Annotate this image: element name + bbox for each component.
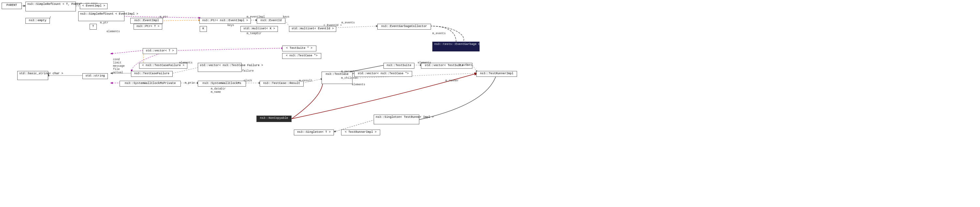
- label-keys-1: keys: [283, 15, 289, 19]
- label-m-children: m_children: [341, 76, 358, 80]
- node-simplerefcount-eventimpl: ns3::SimpleRefCount < EventImpl >: [78, 11, 124, 21]
- node-eventgc: ns3::EventGarbageCollector: [377, 24, 431, 30]
- node-string: std::string: [83, 73, 108, 79]
- node-ptr-t: ns3::Ptr< T >: [134, 24, 162, 30]
- node-ptr-eventimpl: ns3::Ptr< ns3::EventImpl >: [199, 18, 251, 24]
- node-testsuite: ns3::TestSuite: [383, 63, 414, 69]
- label-m-name: m_name: [211, 90, 221, 94]
- label-cond: cond: [113, 58, 119, 61]
- label-file: file: [113, 68, 119, 71]
- node-vec-t: std::vector< T >: [143, 48, 177, 54]
- node-eventimpl-angle: < EventImpl >: [80, 3, 108, 9]
- node-eventimpl: ns3::EventImpl: [130, 18, 163, 24]
- label-actual: actual: [113, 71, 123, 74]
- node-ns3-empty: ns3::empty: [25, 18, 50, 24]
- label-m-ptr-2: m_ptr: [100, 21, 108, 24]
- svg-line-8: [176, 48, 283, 51]
- node-eventgarbagecollector-test: ns3::tests::EventGarbage CollectorTestCa…: [432, 42, 480, 51]
- label-m-events-1: m_events: [341, 21, 355, 24]
- label-message: message: [113, 65, 125, 68]
- label-m-runner: m_runner: [445, 79, 459, 82]
- svg-line-7: [336, 26, 378, 28]
- node-multiset-k: std::multiset< K >: [240, 26, 278, 32]
- label-m-suites: m_suites: [459, 63, 472, 67]
- label-eventid-angle: < EventId >: [323, 24, 342, 27]
- label-limit: limit: [113, 61, 121, 65]
- label-m-eventimpl: m_eventImpl: [247, 15, 265, 19]
- label-elements-3: elements: [418, 61, 431, 65]
- label-failure: failure: [242, 70, 254, 73]
- node-testrunnerimpl-angle: < TestRunnerImpl >: [341, 130, 380, 135]
- label-elements-1: elements: [107, 30, 120, 33]
- label-m-ptr-1: m_ptr: [160, 15, 168, 19]
- label-clock: clock: [244, 79, 252, 82]
- node-eventid: ns3::EventId: [257, 18, 285, 24]
- label-m-priv: m_priv: [185, 81, 195, 85]
- node-testsuite-angle: < TestSuite * >: [282, 46, 317, 51]
- node-simplerefcount-t: ns3::SimpleRefCount < T, PARENT, DELETER…: [25, 2, 76, 11]
- node-wallclockms-private: ns3::SystemWallClockMsPrivate: [119, 81, 181, 87]
- node-testcase-result: ns3::TestCase::Result: [260, 81, 304, 87]
- label-m-tempdir: m_tempDir: [247, 32, 262, 35]
- label-m-events-2: m_events: [432, 32, 446, 35]
- node-parent: PARENT: [2, 3, 22, 9]
- node-testcase-angle: < ns3::TestCase *>: [282, 53, 321, 59]
- label-m-result: m_result: [299, 79, 312, 82]
- label-keys-2: keys: [228, 24, 234, 27]
- node-vec-testcase: std::vector< ns3::TestCase *>: [354, 71, 412, 77]
- diagram-container: PARENT ns3::SimpleRefCount < T, PARENT, …: [0, 0, 980, 207]
- node-wallclockms: ns3::SystemWallClockMs: [198, 81, 246, 87]
- svg-line-9: [111, 51, 143, 54]
- svg-line-4: [161, 20, 200, 21]
- node-singleton-t: ns3::Singleton< T >: [294, 130, 334, 135]
- svg-line-2: [50, 16, 51, 19]
- node-t: T: [90, 24, 97, 30]
- label-m-parent: m_parent: [341, 70, 355, 73]
- node-k: K: [200, 26, 207, 32]
- node-testrunnerimpl: ns3::TestRunnerImpl: [476, 71, 517, 77]
- label-elements-4: elements: [179, 61, 192, 65]
- node-noncopyable: ns3::NonCopyable: [256, 115, 291, 122]
- node-basic-string: std::basic_string< char >: [17, 71, 48, 80]
- label-elements-2: elements: [352, 83, 365, 86]
- label-m-datadir: m_dataDir: [211, 87, 226, 90]
- diagram-arrows: [0, 0, 980, 207]
- node-vec-testcasefailure: std::vector< ns3::TestCase Failure >: [198, 63, 242, 72]
- node-singleton-testrunner: ns3::Singleton< TestRunner Impl >: [374, 115, 419, 124]
- node-testcasefailure: ns3::TestCaseFailure: [131, 71, 173, 77]
